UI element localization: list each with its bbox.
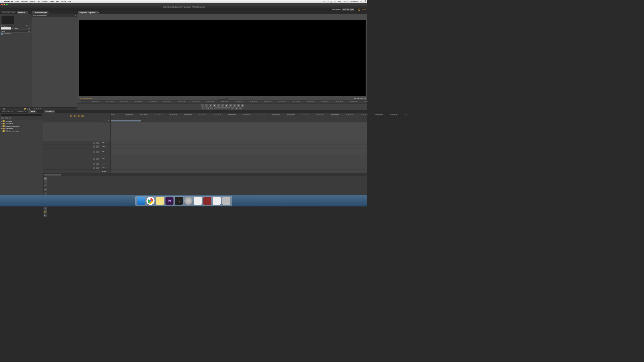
lock-icon[interactable] [96,151,99,153]
project-col-name[interactable]: Name [1,30,5,32]
track-select-tool[interactable]: ⇥ [44,180,47,183]
rolling-edit-tool[interactable]: ⇆ [44,188,47,191]
link-icon[interactable]: ⟐ [105,120,106,121]
go-to-out-button[interactable]: ▸| [229,104,232,107]
safe-margins-button[interactable]: ▣ [237,104,240,107]
track-v1[interactable] [111,148,367,155]
tab-timeline-sequence[interactable]: Sequenz 01 [44,110,55,113]
lock-icon[interactable] [96,146,99,148]
add-marker-button[interactable]: ♦ [209,104,212,107]
track-a1[interactable] [111,155,367,162]
go-to-in-button[interactable]: |◂ [213,104,216,107]
track-v3[interactable] [111,141,367,145]
tab-resource-central[interactable]: Resource Central [1,11,16,14]
rate-stretch-tool[interactable]: ↔ [44,192,47,195]
eye-icon[interactable] [93,151,95,153]
menu-clip[interactable]: Clip [37,1,39,2]
lock-icon[interactable] [96,167,99,169]
dock-stickies-icon[interactable] [156,197,164,205]
timeline-zoom-slider[interactable] [44,174,61,175]
tab-project[interactable]: Projekt: T... [17,11,28,14]
shuttle-slider[interactable] [214,107,230,109]
track-a2[interactable] [111,162,367,166]
effects-folder[interactable]: Videoeffekte [0,127,43,130]
adobe-status-icon[interactable]: A 3 [323,1,325,3]
new-bin-icon[interactable]: 📁 [24,108,26,109]
timeline-timecode[interactable]: 00:00:00:00 [70,115,84,117]
clock-time[interactable]: 14:16 [343,1,348,3]
timeline-tracks-area[interactable] [111,122,367,173]
window-close-button[interactable] [1,4,3,5]
lock-icon[interactable] [96,163,99,165]
mark-out-button[interactable]: } [205,104,208,107]
menu-projekt[interactable]: Projekt [30,1,35,2]
dock-trash-icon[interactable] [222,197,230,205]
window-minimize-button[interactable] [4,4,5,5]
track-master[interactable] [111,170,367,173]
effects-folder[interactable]: Vorgaben [0,120,43,122]
track-a3[interactable] [111,166,367,170]
program-zoom-select[interactable]: Einpassen ▾ [218,98,229,100]
effects-folder[interactable]: Videoüberblendungen [0,130,43,132]
fx-bin-icon[interactable] [1,117,4,119]
menu-datei[interactable]: Datei [15,1,19,2]
cslive-button[interactable]: CS Live [358,9,366,11]
mute-icon[interactable] [93,163,95,165]
export-frame-button[interactable]: ◙ [241,104,244,107]
project-item-sequence[interactable]: Sequenz 01 [0,32,31,35]
spotlight-icon[interactable]: 🔍 [360,1,363,3]
play-button[interactable]: ▶ [221,104,224,107]
menu-fenster[interactable]: Fenster [61,1,66,2]
effects-search-input[interactable] [1,114,42,116]
dock-chrome-icon[interactable] [146,197,154,205]
lock-icon[interactable] [96,142,99,144]
fx-32bit-icon[interactable] [5,117,8,119]
menu-marke[interactable]: Marke [50,1,54,2]
window-zoom-button[interactable] [6,4,8,5]
project-in-select[interactable]: Alles [15,27,30,29]
snap-icon[interactable]: ⊟ [103,120,104,121]
program-ruler[interactable]: 00:0000:00:30:0000:01:00:0000:01:30:0000… [77,100,367,104]
zoom-tool[interactable]: 🔍 [44,214,47,217]
mark-in-button[interactable]: { [201,104,204,107]
menu-hilfe[interactable]: Hilfe [68,1,71,2]
effects-folder[interactable]: Audioeffekte [0,122,43,125]
display-icon[interactable]: ◧ [331,1,332,3]
selection-tool[interactable]: ↖ [44,177,47,179]
dock-premiere-icon[interactable]: Pr [166,197,174,205]
dock-terminal-icon[interactable]: >_ [175,197,183,205]
fx-menu-icon[interactable]: ⊕ [75,15,76,16]
track-header-a2[interactable]: ▸Audio 2 [43,162,110,166]
wifi-icon[interactable]: ⦿ [334,1,336,3]
track-v2[interactable] [111,145,367,148]
trash-icon[interactable]: 🗑 [29,108,30,109]
overwrite-button[interactable]: ⤓ [235,107,238,109]
track-header-v1[interactable]: ▾Video 1 [43,148,110,155]
ripple-edit-tool[interactable]: ⇤ [44,184,47,187]
eye-icon[interactable] [93,146,95,148]
clock-day[interactable]: Wed [338,1,341,3]
list-view-icon[interactable]: ☰ [1,108,2,109]
marker-icon[interactable]: ✦ [108,120,109,121]
dock-app-icon[interactable] [184,197,192,205]
program-timecode-left[interactable]: 00:00:00:00 [80,98,92,100]
track-header-a1[interactable]: ▾Audio 1 [43,155,110,162]
track-header-master[interactable]: ▸Master [43,170,110,173]
timeline-playhead[interactable] [111,122,111,173]
workarea-bar[interactable] [111,120,141,121]
user-menu[interactable]: Sitcom Lab [350,1,358,3]
effects-folder[interactable]: Audioüberblendungen [0,125,43,127]
menu-sequenz[interactable]: Sequenz [42,1,48,2]
lock-icon[interactable] [96,158,99,160]
new-item-icon[interactable]: ▢ [27,108,28,109]
insert-button[interactable]: ⤵ [231,107,234,109]
tab-media-browser[interactable]: Media-Browser [1,110,15,113]
mute-icon[interactable] [93,167,95,169]
fx-yuv-icon[interactable] [9,117,11,119]
tab-information[interactable]: Informationen [15,110,28,113]
tab-effect-controls[interactable]: Effekteinstellungen [32,11,48,14]
step-back-button[interactable]: ◂| [217,104,220,107]
program-seq-dropdown-icon[interactable]: ▾ [98,12,99,13]
project-search-input[interactable] [1,27,11,29]
trim-button[interactable]: ✂ [239,107,242,109]
